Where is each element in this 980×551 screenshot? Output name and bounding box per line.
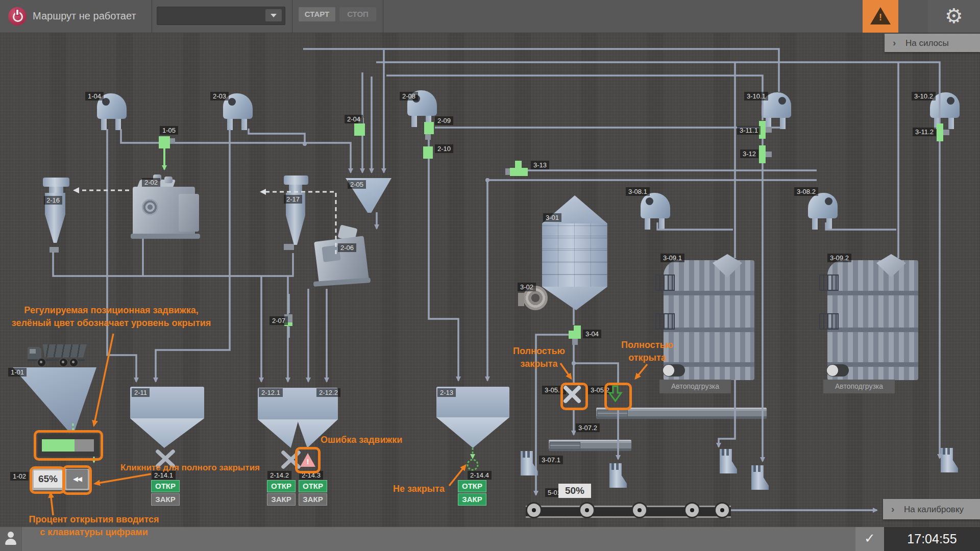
- gate-percent-field[interactable]: 65%: [34, 470, 62, 488]
- chevron-down-icon[interactable]: [265, 9, 282, 21]
- not-closed-valve-icon: [468, 448, 478, 470]
- full-close-button[interactable]: ◀◀: [66, 469, 88, 489]
- highlight-box-open: [604, 383, 632, 410]
- route-status-text: Маршрут не работает: [33, 10, 136, 22]
- settings-button[interactable]: ⚙: [928, 0, 980, 33]
- chevron-right-icon: ›: [891, 499, 894, 519]
- stop-button[interactable]: СТОП: [339, 7, 376, 21]
- power-status-icon: [8, 7, 27, 26]
- annotation-gate-error: Ошибка задвижки: [321, 434, 402, 446]
- start-button[interactable]: СТАРТ: [299, 7, 335, 21]
- highlight-box-closed: [560, 383, 588, 410]
- annotation-click-close: Кликните для полного закрытия: [120, 461, 260, 474]
- annotation-not-closed: Не закрыта: [393, 483, 445, 495]
- annotation-fully-open: Полностью открыта: [615, 339, 680, 364]
- highlight-box-slider: [34, 430, 103, 461]
- annotation-fully-closed: Полностью закрыта: [508, 345, 570, 370]
- belt-speed-field[interactable]: 50%: [558, 484, 591, 498]
- route-select[interactable]: [157, 7, 285, 25]
- scada-mimic-screen: 65% ◀◀ 50% !: [0, 0, 980, 551]
- chevron-right-icon: ›: [893, 34, 896, 52]
- top-toolbar: Маршрут не работает СТАРТ СТОП ! ⚙: [0, 0, 980, 33]
- annotation-gate-info: Регулируемая позиционная задвижка, зелён…: [4, 304, 218, 330]
- to-silos-button[interactable]: › На силосы: [885, 34, 980, 52]
- gear-icon: ⚙: [928, 0, 980, 33]
- to-calibration-button[interactable]: › На калибровку: [883, 499, 980, 519]
- alarm-button[interactable]: !: [863, 0, 898, 33]
- annotation-percent-info: Процент открытия вводится с клавиатуры ц…: [14, 513, 174, 539]
